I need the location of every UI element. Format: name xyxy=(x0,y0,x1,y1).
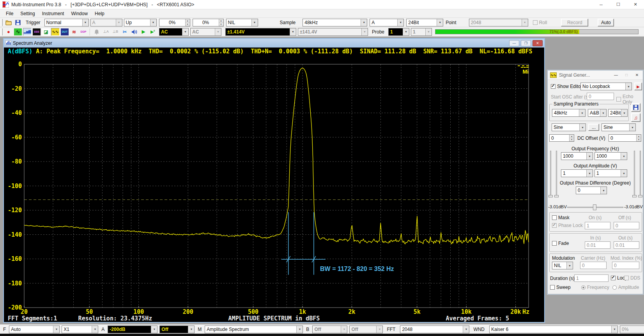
sampling-bits-select[interactable]: 24Bit▼ xyxy=(406,19,443,26)
trigger-mode-select[interactable]: Normal▼ xyxy=(44,19,89,26)
range-b-select: ±141.4V▼ xyxy=(298,28,368,36)
generator-bits-select[interactable]: 24Bit▼ xyxy=(608,109,628,117)
persistence-a-select[interactable]: Off▼ xyxy=(159,325,195,333)
calibration-icon[interactable]: ✂ xyxy=(120,28,129,36)
level-slider-b2[interactable] xyxy=(640,151,641,196)
range-a-view-select[interactable]: -200dB▼ xyxy=(108,325,157,333)
minimize-icon[interactable]: — xyxy=(612,73,619,77)
close-icon[interactable]: ✕ xyxy=(633,73,640,77)
spectrum-3d-plot-icon[interactable]: ◪ xyxy=(42,28,50,36)
frequency-a-select[interactable]: 1000▼ xyxy=(561,152,593,160)
spinner-buttons[interactable]: ▲▼ xyxy=(569,135,574,141)
ddp-viewer-icon[interactable]: DDP xyxy=(79,28,88,36)
chevron-down-icon: ▼ xyxy=(92,326,98,333)
slider-thumb[interactable] xyxy=(554,195,559,197)
trigger-edge-select[interactable]: Up▼ xyxy=(124,19,157,26)
minimize-icon[interactable]: ─ xyxy=(593,0,610,9)
signal-generator-icon: ∿∿ xyxy=(550,72,557,78)
minimize-icon[interactable]: — xyxy=(509,40,519,46)
phase-difference-select[interactable]: 0▼ xyxy=(576,186,607,194)
oscilloscope-icon[interactable]: ∿ xyxy=(14,28,22,36)
level-slider-a2[interactable] xyxy=(556,151,557,196)
menu-item-instrument[interactable]: Instrument xyxy=(39,10,68,17)
level-slider-a1[interactable] xyxy=(550,151,551,196)
sound-device-icon[interactable] xyxy=(130,28,138,36)
fft-size-select[interactable]: 2048▼ xyxy=(400,325,469,333)
device-test-plan-icon[interactable]: DUT xyxy=(60,28,69,36)
start-osc-input[interactable]: 0 xyxy=(587,93,614,100)
trigger-delay-stepper[interactable]: 0%▲▼ xyxy=(193,19,224,26)
multimeter-icon[interactable]: 888 xyxy=(32,28,41,36)
play-loop-icon[interactable]: ▶° xyxy=(149,28,157,36)
play-icon[interactable]: ▶ xyxy=(139,28,148,36)
fade-checkbox[interactable]: Fade xyxy=(552,241,569,246)
menu-item-setting[interactable]: Setting xyxy=(17,10,38,17)
run-hold-icon[interactable]: ● xyxy=(4,28,13,36)
probe-a-select[interactable]: 1▼ xyxy=(388,28,409,36)
sample-label: Sample xyxy=(280,20,296,25)
slider-thumb[interactable] xyxy=(548,195,553,197)
sampling-channel-select[interactable]: A▼ xyxy=(370,19,404,26)
open-icon[interactable] xyxy=(4,19,13,26)
zoom-select[interactable]: X1▼ xyxy=(62,325,98,333)
restore-icon[interactable]: ❐ xyxy=(521,40,531,46)
waveform-a-select[interactable]: Sine▼ xyxy=(552,123,586,131)
auto-button[interactable]: Auto xyxy=(598,19,614,26)
generator-rate-select[interactable]: 48kHz▼ xyxy=(552,109,586,117)
save-signal-icon[interactable] xyxy=(631,103,640,112)
loopback-select[interactable]: No Loopback▼ xyxy=(580,83,632,90)
toolbar-separator xyxy=(90,28,90,35)
spinner-buttons[interactable]: ▲▼ xyxy=(219,19,223,26)
start-osc-label: Start OSC after (s) xyxy=(551,94,589,100)
save-icon[interactable] xyxy=(14,19,22,26)
window-function-select[interactable]: Kaiser 6▼ xyxy=(489,325,618,333)
slider-thumb[interactable] xyxy=(638,195,642,197)
music-note-icon[interactable]: ♫ xyxy=(631,113,640,122)
slider-thumb[interactable] xyxy=(632,195,637,197)
maximize-icon[interactable]: ☐ xyxy=(610,0,627,9)
dc-offset-a-stepper[interactable]: 0▲▼ xyxy=(549,134,574,142)
sampling-rate-select[interactable]: 48kHz▼ xyxy=(303,19,367,26)
frequency-b-select[interactable]: 1000▼ xyxy=(594,152,627,160)
spectrum-plot[interactable]: 0-20-40-60-80-100-120-140-160-180-200205… xyxy=(4,56,544,322)
waveform-b-select[interactable]: Sine▼ xyxy=(602,123,636,131)
menu-item-window[interactable]: Window xyxy=(67,10,91,17)
trigger-source-select: A▼ xyxy=(90,19,122,26)
run-generator-button[interactable]: ▶ xyxy=(634,83,642,90)
range-a-select[interactable]: ±1.414V▼ xyxy=(225,28,296,36)
trigger-level-stepper[interactable]: 0%▲▼ xyxy=(159,19,190,26)
record-button: Record xyxy=(561,19,588,26)
spectrum-mode-select[interactable]: Amplitude Spectrum▼ xyxy=(205,325,303,333)
amplitude-b-select[interactable]: 1▼ xyxy=(594,169,627,177)
generator-channels-select[interactable]: A&B▼ xyxy=(588,109,607,117)
menu-item-help[interactable]: Help xyxy=(91,10,108,17)
input-level-meter: 71%(-3.0 dBFS) xyxy=(435,29,639,34)
fade-in-input: 0.01 xyxy=(585,241,610,249)
close-icon[interactable]: ✕ xyxy=(533,40,543,46)
dc-offset-b-stepper[interactable]: 0▲▼ xyxy=(609,134,641,142)
modulation-label: Modulation xyxy=(552,255,575,261)
dds-checkbox: DDS xyxy=(624,275,640,281)
spectrum-analyzer-icon[interactable]: ▂▅▇ xyxy=(23,28,32,36)
coupling-b-select: AC▼ xyxy=(190,28,221,36)
menu-item-file[interactable]: File xyxy=(2,10,17,17)
level-slider-b1[interactable] xyxy=(634,151,635,196)
show-editor-checkbox[interactable]: Show Editor xyxy=(551,84,582,89)
spectrum-window-titlebar[interactable]: Spectrum Analyzer — ❐ ✕ xyxy=(4,39,544,47)
amplitude-a-select[interactable]: 1▼ xyxy=(561,169,593,177)
output-frequency-label: Output Frequency (Hz) xyxy=(548,146,643,151)
coupling-a-select[interactable]: AC▼ xyxy=(159,28,189,36)
more-options-button[interactable]: ... xyxy=(588,124,599,131)
slider-thumb[interactable] xyxy=(593,204,596,210)
sweep-checkbox[interactable]: Sweep xyxy=(550,285,571,290)
derived-data-curve-icon[interactable]: ≋ xyxy=(70,28,78,36)
spinner-buttons[interactable]: ▲▼ xyxy=(636,135,641,141)
spinner-buttons[interactable]: ▲▼ xyxy=(185,19,190,26)
trigger-hpf-select[interactable]: NIL▼ xyxy=(226,19,258,26)
signal-generator-titlebar[interactable]: ∿∿ Signal Gener... — □ ✕ xyxy=(548,70,643,80)
close-icon[interactable]: ✕ xyxy=(627,0,644,9)
freq-axis-select[interactable]: Auto▼ xyxy=(9,325,60,333)
modulation-select[interactable]: NIL▼ xyxy=(552,262,573,269)
mask-checkbox[interactable]: Mask xyxy=(552,215,570,220)
signal-generator-icon[interactable]: ∿∿ xyxy=(51,28,60,36)
